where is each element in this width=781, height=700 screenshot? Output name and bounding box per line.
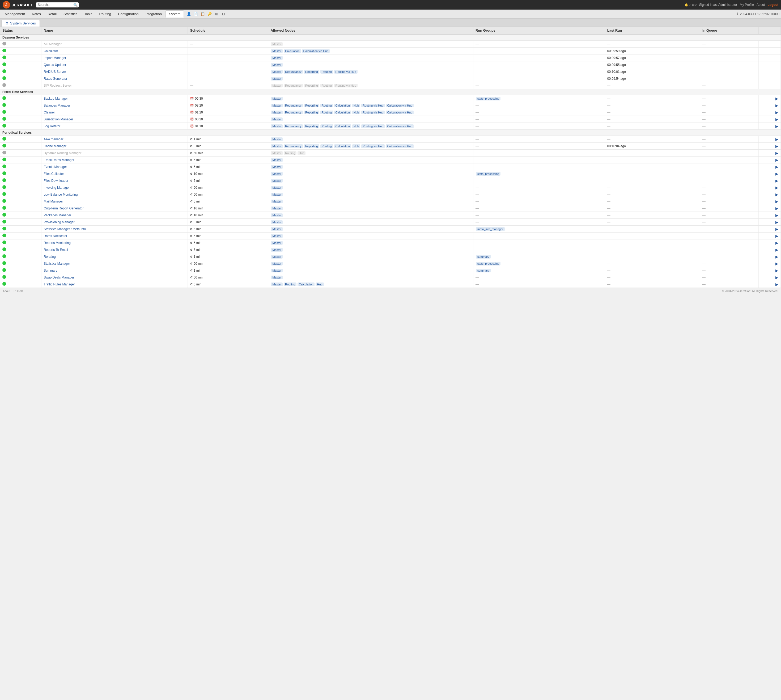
service-name-link[interactable]: Provisioning Manager — [43, 220, 74, 224]
service-name-link[interactable]: Cleaner — [43, 110, 55, 114]
service-name-link[interactable]: Invoicing Manager — [43, 186, 70, 190]
service-name-link[interactable]: Import Manager — [43, 56, 66, 60]
service-name-link[interactable]: AAA manager — [43, 137, 63, 141]
run-button[interactable]: ▶ — [775, 213, 778, 217]
nav-tools[interactable]: Tools — [81, 11, 95, 17]
service-name-link[interactable]: Backup Manager — [43, 97, 68, 100]
search-input[interactable] — [38, 3, 72, 7]
search-box[interactable]: 🔍 — [36, 2, 78, 7]
tab-label: System Services — [10, 21, 36, 25]
run-button[interactable]: ▶ — [775, 206, 778, 210]
service-name-link[interactable]: SIP Redirect Server — [43, 84, 72, 87]
run-button[interactable]: ▶ — [775, 234, 778, 238]
run-button[interactable]: ▶ — [775, 178, 778, 183]
run-button[interactable]: ▶ — [775, 192, 778, 197]
service-name-link[interactable]: Balances Manager — [43, 103, 70, 107]
run-button[interactable]: ▶ — [775, 124, 778, 128]
service-name-link[interactable]: Statistics Manager / Meta Info — [43, 227, 86, 231]
service-name-link[interactable]: Swap Deals Manager — [43, 276, 74, 279]
schedule-cell: — — [188, 41, 268, 48]
nav-icon-3[interactable]: 📋 — [200, 11, 206, 17]
action-cell — [759, 55, 781, 62]
run-button[interactable]: ▶ — [775, 151, 778, 155]
service-name-link[interactable]: Cache Manager — [43, 144, 66, 148]
footer-about[interactable]: About — [3, 289, 10, 293]
nav-rates[interactable]: Rates — [29, 11, 44, 17]
service-name-link[interactable]: Calculator — [43, 49, 58, 53]
logout-button[interactable]: Logout — [768, 3, 778, 7]
help-icon[interactable]: ℹ — [737, 12, 738, 16]
run-button[interactable]: ▶ — [775, 268, 778, 273]
nav-icon-5[interactable]: ⊞ — [213, 11, 220, 17]
run-button[interactable]: ▶ — [775, 97, 778, 101]
service-name-link[interactable]: AC Manager — [43, 42, 62, 46]
run-button[interactable]: ▶ — [775, 248, 778, 252]
run-button[interactable]: ▶ — [775, 241, 778, 245]
nav-statistics[interactable]: Statistics — [60, 11, 80, 17]
service-name-link[interactable]: Dynamic Routing Manager — [43, 151, 81, 155]
run-button[interactable]: ▶ — [775, 117, 778, 122]
run-button[interactable]: ▶ — [775, 255, 778, 259]
run-button[interactable]: ▶ — [775, 227, 778, 231]
run-button[interactable]: ▶ — [775, 185, 778, 190]
service-name-link[interactable]: Reports To Email — [43, 248, 68, 252]
run-button[interactable]: ▶ — [775, 172, 778, 176]
service-name-link[interactable]: Files Collector — [43, 172, 64, 176]
nav-configuration[interactable]: Configuration — [115, 11, 142, 17]
lastrun-cell: 00:09:57 ago — [605, 55, 700, 62]
groups-empty: — — [476, 234, 479, 238]
run-button[interactable]: ▶ — [775, 262, 778, 266]
service-name-link[interactable]: Statistics Manager — [43, 262, 70, 265]
service-name-link[interactable]: RADIUS Server — [43, 70, 66, 73]
service-name-link[interactable]: Log Rotator — [43, 124, 60, 128]
service-name-link[interactable]: Email Rates Manager — [43, 158, 74, 162]
service-name-link[interactable]: Files Downloader — [43, 179, 68, 183]
table-header-row: Status Name Schedule Allowed Nodes Run G… — [0, 27, 781, 34]
run-button[interactable]: ▶ — [775, 275, 778, 280]
schedule-cell: — — [188, 48, 268, 55]
service-name-link[interactable]: Traffic Rules Manager — [43, 282, 75, 286]
name-cell: Invoicing Manager — [42, 184, 188, 191]
run-button[interactable]: ▶ — [775, 144, 778, 148]
service-name-link[interactable]: Jurisdiction Manager — [43, 117, 73, 121]
service-name-link[interactable]: Summary — [43, 269, 57, 272]
nav-integration[interactable]: Integration — [142, 11, 165, 17]
nav-system[interactable]: System — [165, 10, 184, 18]
run-button[interactable]: ▶ — [775, 103, 778, 108]
nav-icon-2[interactable]: 📄 — [193, 11, 199, 17]
run-button[interactable]: ▶ — [775, 158, 778, 162]
service-name-link[interactable]: Quotas Updater — [43, 63, 66, 67]
service-name-link[interactable]: Mail Manager — [43, 200, 63, 203]
service-name-link[interactable]: Reports Monitoring — [43, 241, 70, 245]
run-button[interactable]: ▶ — [775, 110, 778, 115]
run-button[interactable]: ▶ — [775, 137, 778, 142]
service-name-link[interactable]: Events Manager — [43, 165, 67, 169]
run-button[interactable]: ▶ — [775, 220, 778, 224]
run-button[interactable]: ▶ — [775, 199, 778, 203]
nav-retail[interactable]: Retail — [45, 11, 60, 17]
node-tag: Master — [271, 186, 283, 190]
run-button[interactable]: ▶ — [775, 282, 778, 287]
tab-system-services[interactable]: ⚙ System Services — [2, 20, 40, 27]
nav-icon-1[interactable]: 👤 — [186, 11, 192, 17]
nav-icon-4[interactable]: 🔑 — [206, 11, 213, 17]
my-profile-link[interactable]: My Profile — [740, 3, 754, 7]
about-link[interactable]: About — [756, 3, 765, 7]
service-name-link[interactable]: Orig-Term Report Generator — [43, 207, 83, 210]
run-button[interactable]: ▶ — [775, 165, 778, 169]
service-name-link[interactable]: Rerating — [43, 255, 55, 258]
name-cell: Import Manager — [42, 55, 188, 62]
lastrun-cell: — — [605, 198, 700, 205]
service-name-link[interactable]: Rates Notificator — [43, 234, 67, 238]
nav-icon-6[interactable]: ⊟ — [220, 11, 226, 17]
service-name-link[interactable]: Low Balance Monitoring — [43, 193, 78, 197]
status-cell — [0, 198, 42, 205]
groups-cell: — — [473, 191, 605, 198]
service-name-link[interactable]: Packages Manager — [43, 213, 71, 217]
schedule-cell: ⏰ 05:30 — [188, 95, 268, 102]
service-name-link[interactable]: Rates Generator — [43, 77, 67, 80]
schedule-cell: ↺ 6 min — [188, 143, 268, 150]
nodes-cell: MasterRoutingHub — [268, 150, 473, 157]
nav-management[interactable]: Management — [2, 11, 28, 17]
nav-routing[interactable]: Routing — [96, 11, 114, 17]
